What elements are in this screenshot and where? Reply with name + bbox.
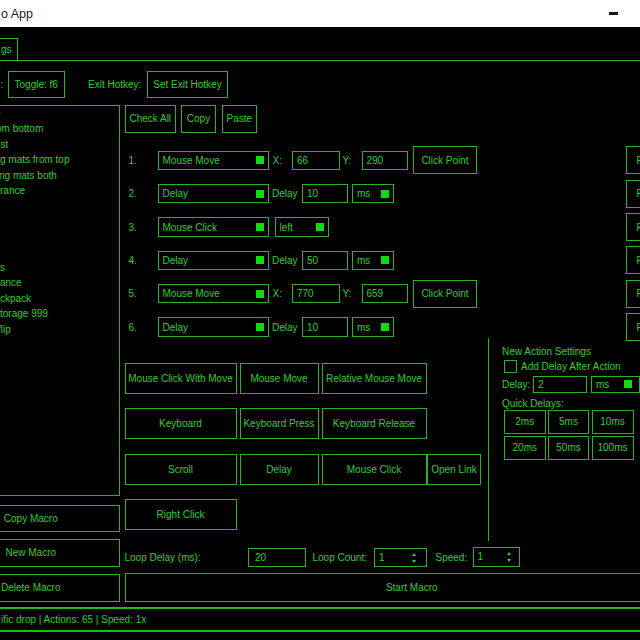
x-input[interactable]: 770 <box>292 284 340 304</box>
add-relative-mouse-move-button[interactable]: Relative Mouse Move <box>322 363 427 394</box>
action-type-dropdown[interactable]: Delay <box>158 184 270 204</box>
add-open-link-button[interactable]: Open Link <box>427 454 481 485</box>
macro-list-item[interactable]: st <box>1 137 9 152</box>
new-delay-unit-dropdown[interactable]: ms <box>591 376 640 393</box>
new-delay-unit-value: ms <box>596 379 609 390</box>
add-mouse-click-label: Mouse Click <box>347 464 401 475</box>
x-label: X: <box>273 151 282 171</box>
remove-action-button[interactable]: Remove <box>626 213 640 241</box>
quick-delay-20ms-button[interactable]: 20ms <box>504 436 547 460</box>
action-type-value: Delay <box>163 255 189 266</box>
new-macro-button[interactable]: New Macro <box>0 539 120 567</box>
title-bar: o App <box>0 0 640 27</box>
y-input[interactable]: 290 <box>362 151 409 171</box>
action-type-dropdown[interactable]: Mouse Move <box>158 151 270 171</box>
hotkey-label-fragment: : <box>1 71 4 98</box>
copy-actions-button[interactable]: Copy <box>181 105 216 133</box>
delay-unit-dropdown[interactable]: ms <box>352 251 394 271</box>
delay-unit-dropdown[interactable]: ms <box>352 317 394 337</box>
loop-count-label: Loop Count: <box>313 548 368 567</box>
x-input[interactable]: 66 <box>292 151 340 171</box>
add-delay-checkbox[interactable] <box>504 360 518 373</box>
quick-delay-2ms-button[interactable]: 2ms <box>504 410 547 434</box>
action-number: 2. <box>129 184 137 204</box>
tabstrip-underline <box>0 60 640 62</box>
dropdown-arrow-icon <box>256 323 264 331</box>
action-type-dropdown[interactable]: Delay <box>158 251 270 271</box>
remove-action-button[interactable]: Remove <box>626 313 640 341</box>
remove-action-button[interactable]: Remove <box>626 146 640 174</box>
mouse-button-dropdown[interactable]: left <box>275 217 330 237</box>
delay-unit-value: ms <box>357 255 370 266</box>
add-keyboard-press-label: Keyboard Press <box>243 418 314 429</box>
delay-unit-dropdown[interactable]: ms <box>352 184 394 204</box>
remove-action-label: Remove <box>636 322 640 333</box>
spinner-up-icon[interactable] <box>412 553 416 556</box>
macro-list-item[interactable]: ance <box>0 275 22 290</box>
dropdown-arrow-icon <box>381 256 389 264</box>
copy-macro-button[interactable]: Copy Macro <box>0 505 120 532</box>
minimize-icon[interactable] <box>609 12 619 14</box>
action-number: 4. <box>129 251 137 271</box>
macro-list-item[interactable]: ng mats both <box>0 167 57 182</box>
dropdown-arrow-icon <box>624 380 632 388</box>
macro-list-item[interactable]: ckpack <box>0 291 31 306</box>
action-type-dropdown[interactable]: Mouse Click <box>158 217 270 237</box>
remove-action-button[interactable]: Remove <box>626 280 640 308</box>
toggle-hotkey-label: Toggle: f6 <box>15 79 58 90</box>
add-mouse-move-button[interactable]: Mouse Move <box>240 363 319 394</box>
add-delay-button[interactable]: Delay <box>240 454 319 485</box>
spinner-down-icon[interactable] <box>507 559 511 562</box>
speed-spinner[interactable]: 1 <box>473 547 520 567</box>
macro-list-item[interactable]: flip <box>0 321 11 336</box>
y-input[interactable]: 659 <box>362 284 409 304</box>
app-window: o App gs : Toggle: f6 Exit Hotkey: Set E… <box>0 0 640 640</box>
dropdown-arrow-icon <box>256 190 264 198</box>
remove-action-button[interactable]: Remove <box>626 246 640 274</box>
add-keyboard-press-button[interactable]: Keyboard Press <box>240 408 319 439</box>
loop-count-spinner[interactable]: 1 <box>374 548 427 567</box>
quick-delay-5ms-button[interactable]: 5ms <box>548 410 589 434</box>
action-type-dropdown[interactable]: Delay <box>158 317 270 337</box>
macro-list-item[interactable]: torage 999 <box>0 306 48 321</box>
add-mouse-click-button[interactable]: Mouse Click <box>322 454 427 485</box>
add-right-click-button[interactable]: Right Click <box>125 499 237 530</box>
macro-list-item[interactable]: s <box>0 260 5 275</box>
new-delay-input[interactable]: 2 <box>533 376 587 393</box>
add-keyboard-release-button[interactable]: Keyboard Release <box>322 408 427 439</box>
spinner-up-icon[interactable] <box>507 552 511 555</box>
action-number: 3. <box>129 217 137 237</box>
start-macro-label: Start Macro <box>386 582 438 593</box>
quick-delay-10ms-button[interactable]: 10ms <box>592 410 634 434</box>
delete-macro-button[interactable]: Delete Macro <box>0 574 120 602</box>
x-label: X: <box>273 284 282 304</box>
action-number: 5. <box>129 284 137 304</box>
check-all-button[interactable]: Check All <box>125 105 176 133</box>
add-keyboard-label: Keyboard <box>159 418 202 429</box>
paste-actions-button[interactable]: Paste <box>222 105 258 133</box>
macro-list-item[interactable]: rance <box>0 183 25 198</box>
action-type-dropdown[interactable]: Mouse Move <box>158 284 270 304</box>
delay-input[interactable]: 50 <box>302 251 348 271</box>
remove-action-button[interactable]: Remove <box>626 180 640 208</box>
loop-delay-input[interactable]: 20 <box>248 548 306 567</box>
set-exit-hotkey-button[interactable]: Set Exit Hotkey <box>147 71 228 98</box>
delay-label: Delay <box>272 317 298 337</box>
dropdown-arrow-icon <box>381 190 389 198</box>
spinner-down-icon[interactable] <box>412 560 416 563</box>
click-point-button[interactable]: Click Point <box>413 146 477 174</box>
delay-input[interactable]: 10 <box>302 317 348 337</box>
macro-list-item[interactable]: e <box>0 106 1 121</box>
delay-input[interactable]: 10 <box>302 184 348 204</box>
macro-list-item[interactable]: g mats from top <box>0 152 69 167</box>
start-macro-button[interactable]: Start Macro <box>125 573 640 602</box>
new-macro-label: New Macro <box>5 547 56 558</box>
add-keyboard-button[interactable]: Keyboard <box>125 408 237 439</box>
quick-delay-50ms-button[interactable]: 50ms <box>548 436 589 460</box>
add-scroll-button[interactable]: Scroll <box>125 454 237 485</box>
quick-delay-100ms-button[interactable]: 100ms <box>592 436 634 460</box>
click-point-button[interactable]: Click Point <box>413 280 477 308</box>
toggle-hotkey-button[interactable]: Toggle: f6 <box>8 71 65 98</box>
macro-list-item[interactable]: om bottom <box>0 121 43 136</box>
add-mouse-click-with-move-button[interactable]: Mouse Click With Move <box>125 363 237 394</box>
